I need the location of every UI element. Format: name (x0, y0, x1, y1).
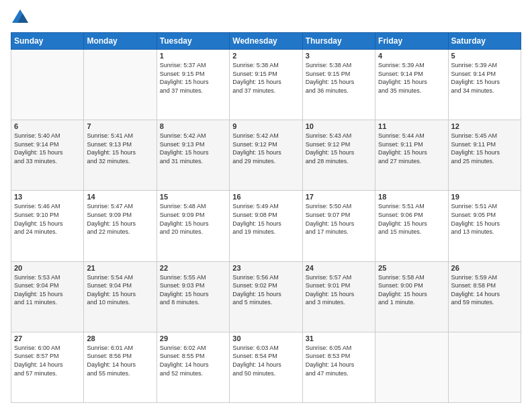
cell-info: Sunrise: 6:02 AMSunset: 8:55 PMDaylight:… (160, 344, 226, 377)
logo (11, 8, 32, 27)
cell-info: Sunrise: 6:05 AMSunset: 8:53 PMDaylight:… (306, 344, 372, 377)
cell-info: Sunrise: 5:44 AMSunset: 9:11 PMDaylight:… (378, 132, 445, 165)
day-header-thursday: Thursday (302, 33, 375, 50)
calendar-cell: 26Sunrise: 5:59 AMSunset: 8:58 PMDayligh… (448, 261, 521, 332)
calendar-cell (84, 50, 157, 120)
day-number: 26 (451, 264, 518, 272)
calendar-cell (375, 332, 448, 402)
calendar-cell: 9Sunrise: 5:42 AMSunset: 9:12 PMDaylight… (230, 120, 302, 191)
calendar-cell: 27Sunrise: 6:00 AMSunset: 8:57 PMDayligh… (11, 332, 84, 402)
day-number: 8 (160, 122, 226, 130)
day-number: 22 (160, 264, 226, 272)
day-number: 4 (378, 52, 445, 60)
day-number: 13 (14, 193, 81, 201)
cell-info: Sunrise: 5:38 AMSunset: 9:15 PMDaylight:… (306, 61, 372, 95)
cell-info: Sunrise: 5:38 AMSunset: 9:15 PMDaylight:… (232, 61, 299, 95)
calendar-cell: 31Sunrise: 6:05 AMSunset: 8:53 PMDayligh… (302, 332, 375, 402)
calendar-cell: 1Sunrise: 5:37 AMSunset: 9:15 PMDaylight… (157, 50, 229, 120)
day-number: 11 (378, 122, 445, 130)
cell-info: Sunrise: 5:39 AMSunset: 9:14 PMDaylight:… (378, 61, 445, 95)
calendar-cell: 14Sunrise: 5:47 AMSunset: 9:09 PMDayligh… (84, 191, 157, 261)
calendar-body: 1Sunrise: 5:37 AMSunset: 9:15 PMDaylight… (11, 50, 521, 403)
day-number: 12 (451, 122, 518, 130)
day-number: 18 (378, 193, 445, 201)
cell-info: Sunrise: 5:58 AMSunset: 9:00 PMDaylight:… (378, 273, 445, 307)
calendar-cell: 4Sunrise: 5:39 AMSunset: 9:14 PMDaylight… (375, 50, 448, 120)
day-number: 19 (451, 193, 518, 201)
cell-info: Sunrise: 5:41 AMSunset: 9:13 PMDaylight:… (87, 132, 153, 165)
cell-info: Sunrise: 5:39 AMSunset: 9:14 PMDaylight:… (451, 61, 518, 95)
cell-info: Sunrise: 5:47 AMSunset: 9:09 PMDaylight:… (87, 202, 153, 236)
calendar-cell: 12Sunrise: 5:45 AMSunset: 9:11 PMDayligh… (448, 120, 521, 191)
week-row-5: 27Sunrise: 6:00 AMSunset: 8:57 PMDayligh… (11, 332, 521, 402)
week-row-4: 20Sunrise: 5:53 AMSunset: 9:04 PMDayligh… (11, 261, 521, 332)
day-number: 23 (232, 264, 299, 272)
day-number: 30 (232, 334, 299, 342)
cell-info: Sunrise: 5:40 AMSunset: 9:14 PMDaylight:… (14, 132, 81, 165)
cell-info: Sunrise: 6:03 AMSunset: 8:54 PMDaylight:… (232, 344, 299, 377)
day-number: 14 (87, 193, 153, 201)
calendar-cell: 10Sunrise: 5:43 AMSunset: 9:12 PMDayligh… (302, 120, 375, 191)
day-number: 24 (306, 264, 372, 272)
week-row-2: 6Sunrise: 5:40 AMSunset: 9:14 PMDaylight… (11, 120, 521, 191)
day-number: 1 (160, 52, 226, 60)
calendar-cell: 8Sunrise: 5:42 AMSunset: 9:13 PMDaylight… (157, 120, 229, 191)
day-header-saturday: Saturday (448, 33, 521, 50)
day-number: 9 (232, 122, 299, 130)
cell-info: Sunrise: 5:49 AMSunset: 9:08 PMDaylight:… (232, 202, 299, 236)
cell-info: Sunrise: 5:45 AMSunset: 9:11 PMDaylight:… (451, 132, 518, 165)
calendar-cell: 13Sunrise: 5:46 AMSunset: 9:10 PMDayligh… (11, 191, 84, 261)
week-row-3: 13Sunrise: 5:46 AMSunset: 9:10 PMDayligh… (11, 191, 521, 261)
calendar-table: SundayMondayTuesdayWednesdayThursdayFrid… (11, 32, 521, 403)
cell-info: Sunrise: 5:51 AMSunset: 9:05 PMDaylight:… (451, 202, 518, 236)
calendar-cell: 21Sunrise: 5:54 AMSunset: 9:04 PMDayligh… (84, 261, 157, 332)
cell-info: Sunrise: 5:42 AMSunset: 9:12 PMDaylight:… (232, 132, 299, 165)
calendar-cell (11, 50, 84, 120)
day-number: 28 (87, 334, 153, 342)
cell-info: Sunrise: 5:51 AMSunset: 9:06 PMDaylight:… (378, 202, 445, 236)
cell-info: Sunrise: 5:50 AMSunset: 9:07 PMDaylight:… (306, 202, 372, 236)
calendar-cell: 16Sunrise: 5:49 AMSunset: 9:08 PMDayligh… (230, 191, 302, 261)
cell-info: Sunrise: 5:46 AMSunset: 9:10 PMDaylight:… (14, 202, 81, 236)
day-number: 2 (232, 52, 299, 60)
calendar-cell: 20Sunrise: 5:53 AMSunset: 9:04 PMDayligh… (11, 261, 84, 332)
day-header-wednesday: Wednesday (230, 33, 302, 50)
cell-info: Sunrise: 5:57 AMSunset: 9:01 PMDaylight:… (306, 273, 372, 307)
cell-info: Sunrise: 5:53 AMSunset: 9:04 PMDaylight:… (14, 273, 81, 307)
header (11, 8, 521, 27)
calendar-header: SundayMondayTuesdayWednesdayThursdayFrid… (11, 33, 521, 50)
calendar-cell: 5Sunrise: 5:39 AMSunset: 9:14 PMDaylight… (448, 50, 521, 120)
cell-info: Sunrise: 5:43 AMSunset: 9:12 PMDaylight:… (306, 132, 372, 165)
calendar-cell: 23Sunrise: 5:56 AMSunset: 9:02 PMDayligh… (230, 261, 302, 332)
calendar-cell: 2Sunrise: 5:38 AMSunset: 9:15 PMDaylight… (230, 50, 302, 120)
cell-info: Sunrise: 5:59 AMSunset: 8:58 PMDaylight:… (451, 273, 518, 307)
calendar-cell: 3Sunrise: 5:38 AMSunset: 9:15 PMDaylight… (302, 50, 375, 120)
calendar-cell: 25Sunrise: 5:58 AMSunset: 9:00 PMDayligh… (375, 261, 448, 332)
calendar-cell: 24Sunrise: 5:57 AMSunset: 9:01 PMDayligh… (302, 261, 375, 332)
calendar-cell: 17Sunrise: 5:50 AMSunset: 9:07 PMDayligh… (302, 191, 375, 261)
calendar-cell: 29Sunrise: 6:02 AMSunset: 8:55 PMDayligh… (157, 332, 229, 402)
day-number: 15 (160, 193, 226, 201)
calendar-cell: 6Sunrise: 5:40 AMSunset: 9:14 PMDaylight… (11, 120, 84, 191)
cell-info: Sunrise: 5:48 AMSunset: 9:09 PMDaylight:… (160, 202, 226, 236)
day-header-sunday: Sunday (11, 33, 84, 50)
calendar-cell: 18Sunrise: 5:51 AMSunset: 9:06 PMDayligh… (375, 191, 448, 261)
day-header-tuesday: Tuesday (157, 33, 229, 50)
calendar-cell (448, 332, 521, 402)
cell-info: Sunrise: 5:55 AMSunset: 9:03 PMDaylight:… (160, 273, 226, 307)
header-row: SundayMondayTuesdayWednesdayThursdayFrid… (11, 33, 521, 50)
day-number: 16 (232, 193, 299, 201)
calendar-cell: 22Sunrise: 5:55 AMSunset: 9:03 PMDayligh… (157, 261, 229, 332)
cell-info: Sunrise: 5:42 AMSunset: 9:13 PMDaylight:… (160, 132, 226, 165)
day-number: 7 (87, 122, 153, 130)
calendar-cell: 30Sunrise: 6:03 AMSunset: 8:54 PMDayligh… (230, 332, 302, 402)
calendar-cell: 15Sunrise: 5:48 AMSunset: 9:09 PMDayligh… (157, 191, 229, 261)
day-number: 3 (306, 52, 372, 60)
calendar-cell: 7Sunrise: 5:41 AMSunset: 9:13 PMDaylight… (84, 120, 157, 191)
day-number: 20 (14, 264, 81, 272)
logo-icon (11, 8, 30, 27)
day-number: 5 (451, 52, 518, 60)
cell-info: Sunrise: 5:54 AMSunset: 9:04 PMDaylight:… (87, 273, 153, 307)
day-number: 6 (14, 122, 81, 130)
calendar-cell: 11Sunrise: 5:44 AMSunset: 9:11 PMDayligh… (375, 120, 448, 191)
